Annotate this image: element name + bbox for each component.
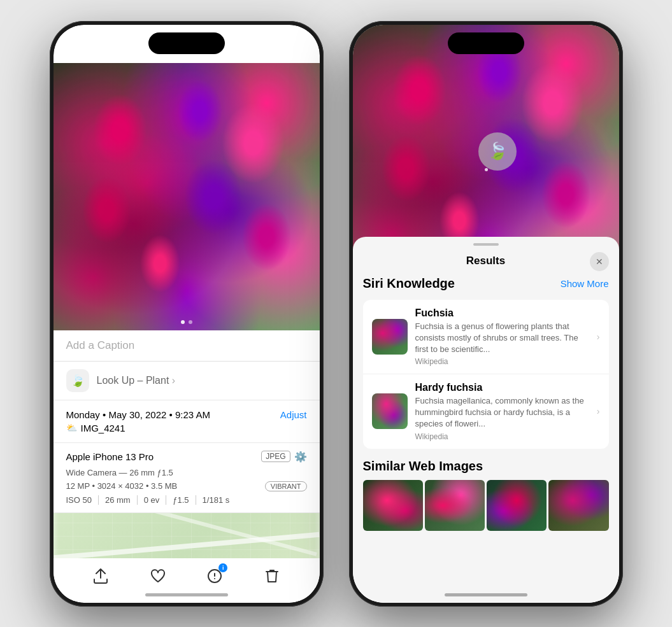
results-panel: Results ✕ Siri Knowledge Show More: [353, 237, 619, 603]
fuchsia-name: Fuchsia: [415, 307, 589, 319]
photo-dots: [181, 320, 192, 324]
hardy-desc: Fuchsia magellanica, commonly known as t…: [415, 395, 589, 430]
caption-area[interactable]: Add a Caption: [54, 330, 320, 362]
badge-row: JPEG ⚙️: [261, 451, 306, 463]
map-preview[interactable]: [54, 513, 320, 565]
lookup-row[interactable]: 🍃 Look Up – Plant ›: [54, 362, 320, 400]
ev-value: 0 ev: [138, 495, 167, 505]
hardy-thumbnail: [372, 393, 408, 429]
flower-photo-left: [54, 63, 320, 330]
device-row: Apple iPhone 13 Pro JPEG ⚙️: [66, 451, 307, 463]
info-badge: i: [218, 563, 227, 572]
hardy-info: Hardy fuchsia Fuchsia magellanica, commo…: [415, 382, 589, 441]
focal-value: 26 mm: [99, 495, 138, 505]
similar-images-row: [363, 480, 609, 531]
siri-knowledge-header: Siri Knowledge Show More: [363, 274, 609, 293]
fuchsia-source: Wikipedia: [415, 357, 589, 366]
filename: IMG_4241: [81, 423, 125, 433]
left-phone-inner: Add a Caption 🍃 Look Up – Plant › Monday…: [54, 25, 320, 603]
shutter-value: 1/181 s: [196, 495, 236, 505]
fuchsia-desc: Fuchsia is a genus of flowering plants t…: [415, 321, 589, 356]
left-phone: Add a Caption 🍃 Look Up – Plant › Monday…: [50, 21, 324, 607]
similar-img-3[interactable]: [487, 480, 547, 531]
caption-placeholder: Add a Caption: [66, 339, 135, 351]
adjust-button[interactable]: Adjust: [280, 409, 307, 420]
similar-title: Similar Web Images: [363, 459, 609, 474]
fuchsia-thumbnail: [372, 319, 408, 355]
info-button[interactable]: i: [203, 565, 226, 588]
camera-island-left: [148, 32, 225, 54]
left-scroll-area[interactable]: Add a Caption 🍃 Look Up – Plant › Monday…: [54, 63, 320, 565]
metadata-section: Monday • May 30, 2022 • 9:23 AM Adjust ⛅…: [54, 400, 320, 443]
meta-date-row: Monday • May 30, 2022 • 9:23 AM Adjust: [66, 409, 307, 420]
device-name: Apple iPhone 13 Pro: [66, 451, 154, 462]
knowledge-item-hardy[interactable]: Hardy fuchsia Fuchsia magellanica, commo…: [363, 374, 609, 449]
close-button[interactable]: ✕: [590, 252, 609, 271]
fuchsia-thumb-img: [372, 319, 408, 355]
gear-icon: ⚙️: [294, 451, 307, 463]
knowledge-card: Fuchsia Fuchsia is a genus of flowering …: [363, 300, 609, 449]
specs-row2: 12 MP • 3024 × 4032 • 3.5 MB VIBRANT: [66, 481, 307, 491]
delete-button[interactable]: [261, 565, 283, 588]
meta-filename-row: ⛅ IMG_4241: [66, 423, 307, 433]
photo-area-left[interactable]: [54, 63, 320, 330]
results-header: Results ✕: [353, 246, 619, 274]
similar-img-1[interactable]: [363, 480, 423, 531]
similar-section: Similar Web Images: [363, 459, 609, 531]
like-button[interactable]: [147, 565, 169, 588]
right-phone-screen: 🍃 Results ✕ Siri Knowledge Show More: [353, 25, 619, 603]
camera-island-right: [448, 32, 524, 54]
camera-specs: Wide Camera — 26 mm ƒ1.5: [66, 468, 307, 477]
dot-2: [189, 320, 192, 324]
toolbar-left: i: [54, 558, 320, 588]
home-indicator-right: [445, 593, 527, 596]
share-button[interactable]: [89, 565, 112, 588]
meta-date: Monday • May 30, 2022 • 9:23 AM: [66, 409, 210, 420]
hardy-name: Hardy fuchsia: [415, 382, 589, 393]
dot-1: [181, 320, 185, 324]
iso-value: ISO 50: [66, 495, 99, 505]
home-indicator-left: [145, 593, 228, 596]
aperture-value: ƒ1.5: [166, 495, 196, 505]
visual-lookup-dot: [485, 168, 488, 171]
visual-lookup-button[interactable]: 🍃: [478, 132, 517, 171]
cloud-icon: ⛅: [66, 423, 77, 433]
fuchsia-chevron: ›: [597, 332, 600, 342]
similar-img-4[interactable]: [548, 480, 608, 531]
hardy-source: Wikipedia: [415, 432, 589, 441]
right-phone: 🍃 Results ✕ Siri Knowledge Show More: [349, 21, 623, 607]
results-title: Results: [466, 255, 505, 267]
hardy-chevron: ›: [597, 406, 600, 416]
phones-container: Add a Caption 🍃 Look Up – Plant › Monday…: [37, 8, 636, 619]
vibrant-badge: VIBRANT: [265, 481, 307, 491]
exif-row: ISO 50 26 mm 0 ev ƒ1.5 1/181 s: [66, 495, 307, 505]
siri-knowledge-title: Siri Knowledge: [363, 276, 455, 291]
mp-spec: 12 MP • 3024 × 4032 • 3.5 MB: [66, 481, 178, 491]
lookup-label: Look Up – Plant ›: [97, 375, 176, 386]
left-phone-screen: Add a Caption 🍃 Look Up – Plant › Monday…: [54, 25, 320, 603]
hardy-thumb-img: [372, 393, 408, 429]
device-section: Apple iPhone 13 Pro JPEG ⚙️ Wide Camera …: [54, 443, 320, 513]
similar-img-2[interactable]: [425, 480, 485, 531]
show-more-button[interactable]: Show More: [561, 278, 609, 289]
right-phone-inner: 🍃 Results ✕ Siri Knowledge Show More: [353, 25, 619, 603]
lookup-icon: 🍃: [66, 369, 89, 392]
fuchsia-info: Fuchsia Fuchsia is a genus of flowering …: [415, 307, 589, 367]
results-content: Siri Knowledge Show More Fuchsia: [353, 274, 619, 531]
format-badge: JPEG: [261, 451, 290, 462]
knowledge-item-fuchsia[interactable]: Fuchsia Fuchsia is a genus of flowering …: [363, 300, 609, 375]
